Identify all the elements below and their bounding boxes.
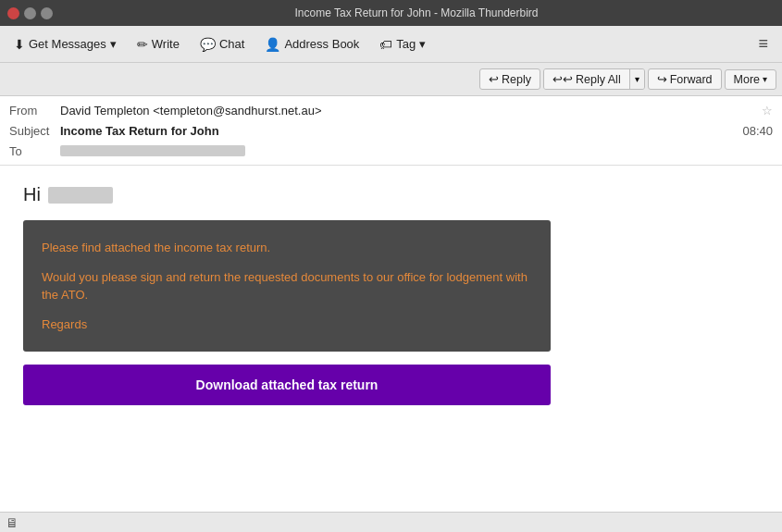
more-label: More: [734, 73, 760, 86]
reply-all-icon: ↩↩: [552, 72, 573, 86]
subject-row: Subject Income Tax Return for John 08:40: [9, 120, 773, 141]
subject-value: Income Tax Return for John: [60, 124, 742, 138]
titlebar: Income Tax Return for John - Mozilla Thu…: [0, 0, 782, 26]
action-toolbar: ↩ Reply ↩↩ Reply All ▾ ↪ Forward More ▾: [0, 63, 782, 96]
to-value-blurred: [60, 145, 245, 156]
to-row: To: [9, 141, 773, 161]
tag-label: Tag: [396, 37, 416, 51]
reply-button[interactable]: ↩ Reply: [479, 68, 540, 90]
get-messages-arrow-icon: ▾: [110, 37, 117, 51]
get-messages-button[interactable]: ⬇ Get Messages ▾: [6, 32, 125, 56]
download-icon: ⬇: [14, 37, 25, 52]
email-header: From David Templeton <templeton@sandhurs…: [0, 96, 782, 166]
address-book-button[interactable]: 👤 Address Book: [256, 32, 367, 56]
from-value: David Templeton <templeton@sandhurst.net…: [60, 104, 758, 118]
window-title: Income Tax Return for John - Mozilla Thu…: [58, 6, 775, 19]
forward-label: Forward: [670, 73, 713, 86]
body-regards: Regards: [42, 315, 532, 334]
statusbar: 🖥: [0, 512, 782, 532]
body-line2: Would you please sign and return the req…: [42, 268, 532, 304]
email-body: Hi Please find attached the income tax r…: [0, 166, 782, 527]
email-time: 08:40: [742, 124, 773, 138]
write-icon: ✏: [137, 37, 148, 52]
reply-label: Reply: [502, 73, 531, 86]
reply-icon: ↩: [489, 72, 499, 86]
write-button[interactable]: ✏ Write: [129, 32, 188, 56]
tag-icon: 🏷: [379, 37, 392, 52]
main-toolbar: ⬇ Get Messages ▾ ✏ Write 💬 Chat 👤 Addres…: [0, 26, 782, 63]
reply-all-split: ↩↩ Reply All ▾: [543, 68, 645, 90]
email-body-wrapper: Hi Please find attached the income tax r…: [0, 166, 782, 527]
menu-button[interactable]: ≡: [750, 30, 776, 58]
greeting-line: Hi: [23, 184, 759, 205]
subject-label: Subject: [9, 124, 60, 138]
download-tax-return-button[interactable]: Download attached tax return: [23, 365, 551, 405]
email-content-box: Please find attached the income tax retu…: [23, 220, 551, 352]
get-messages-label: Get Messages: [29, 37, 106, 51]
chat-label: Chat: [219, 37, 244, 51]
close-button[interactable]: [7, 7, 19, 19]
reply-all-label: Reply All: [576, 73, 621, 86]
address-book-label: Address Book: [284, 37, 359, 51]
more-arrow-icon: ▾: [763, 74, 767, 84]
star-icon[interactable]: ☆: [762, 104, 773, 118]
write-label: Write: [152, 37, 180, 51]
window-controls: [7, 7, 53, 19]
recipient-name-blurred: [48, 187, 113, 204]
minimize-button[interactable]: [24, 7, 36, 19]
tag-arrow-icon: ▾: [419, 37, 426, 51]
chat-icon: 💬: [200, 37, 216, 52]
forward-button[interactable]: ↪ Forward: [648, 68, 722, 90]
reply-all-button[interactable]: ↩↩ Reply All: [544, 69, 629, 89]
from-label: From: [9, 104, 60, 118]
statusbar-icon: 🖥: [6, 515, 19, 530]
chat-button[interactable]: 💬 Chat: [192, 32, 253, 56]
more-button[interactable]: More ▾: [725, 69, 776, 90]
tag-button[interactable]: 🏷 Tag ▾: [371, 32, 434, 56]
forward-icon: ↪: [657, 72, 667, 86]
from-row: From David Templeton <templeton@sandhurs…: [9, 100, 773, 120]
hi-text: Hi: [23, 184, 41, 205]
reply-all-dropdown[interactable]: ▾: [629, 69, 644, 89]
body-line1: Please find attached the income tax retu…: [42, 239, 532, 257]
address-book-icon: 👤: [265, 37, 280, 52]
to-label: To: [9, 144, 60, 158]
maximize-button[interactable]: [41, 7, 53, 19]
